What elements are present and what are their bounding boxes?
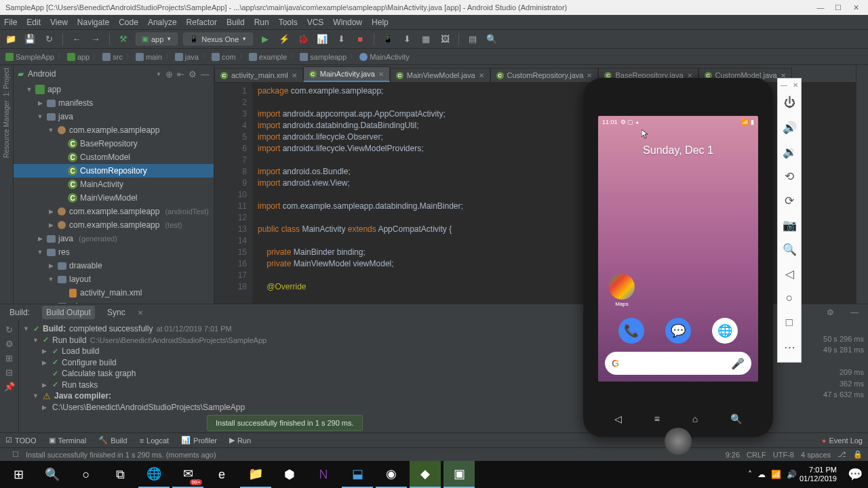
layout-inspector-icon[interactable]: ▦ (419, 33, 433, 46)
maps-icon[interactable] (609, 274, 635, 300)
emulator-device[interactable]: 11:01 ⚙ ▢ ⬥ 📶 ▮ Sunday, Dec 1 Maps 📞💬🌐 G… (583, 78, 773, 437)
structure-icon[interactable]: ▤ (466, 33, 479, 46)
back-icon[interactable]: ← (70, 33, 83, 46)
home-icon[interactable]: ○ (780, 286, 799, 310)
rotate-left-icon[interactable]: ⟲ (780, 164, 799, 188)
tree-item[interactable]: ▶drawable (14, 259, 214, 272)
tab-terminal[interactable]: ▣ Terminal (49, 436, 87, 445)
search-icon[interactable]: 🔍 (485, 33, 498, 46)
taskbar-clock[interactable]: 7:01 PM01/12/2019 (800, 466, 842, 483)
crumb[interactable]: example (249, 53, 288, 61)
zoom-icon[interactable]: 🔍 (780, 237, 799, 262)
close-icon[interactable]: ✕ (587, 72, 592, 79)
app-messages[interactable]: 💬 (665, 318, 691, 344)
minimize-icon[interactable]: — (814, 3, 827, 12)
app-maps[interactable]: Maps (609, 274, 635, 307)
tree-item[interactable]: CCustomModel (14, 150, 214, 164)
dropbox-icon[interactable]: ⬢ (274, 461, 305, 488)
search-icon[interactable]: 🔍 (730, 413, 742, 424)
more-icon[interactable]: ⋯ (780, 335, 799, 359)
attach-icon[interactable]: ⬇ (334, 33, 348, 46)
search-icon[interactable]: 🔍 (37, 461, 68, 488)
emulator-screen[interactable]: 11:01 ⚙ ▢ ⬥ 📶 ▮ Sunday, Dec 1 Maps 📞💬🌐 G… (598, 116, 758, 382)
expand-icon[interactable]: ⊞ (5, 353, 13, 363)
tree-item[interactable]: ▶com.example.sampleapp(androidTest) (14, 205, 214, 218)
app-chrome[interactable]: 🌐 (712, 318, 738, 344)
onenote-icon[interactable]: N (308, 461, 339, 488)
close-icon[interactable]: ✕ (793, 81, 798, 91)
pin-icon[interactable]: 📌 (4, 382, 15, 392)
editor-tab[interactable]: CMainActivity.java✕ (303, 66, 390, 82)
tab-resource-mgr[interactable]: Resource Manager (3, 100, 10, 158)
tree-item[interactable]: CMainViewModel (14, 191, 214, 205)
close-icon[interactable]: ✕ (849, 3, 863, 12)
menu-help[interactable]: Help (372, 18, 389, 27)
filter-icon[interactable]: ⚙ (5, 339, 14, 349)
tree-item[interactable]: ▼res (14, 245, 214, 259)
gear-icon[interactable]: ⚙ (823, 306, 838, 319)
menu-window[interactable]: Window (333, 18, 362, 27)
menu-code[interactable]: Code (119, 18, 138, 27)
tab-build[interactable]: 🔨 Build (98, 436, 127, 445)
menu-analyze[interactable]: Analyze (148, 18, 177, 27)
rotate-right-icon[interactable]: ⟳ (780, 188, 799, 213)
tree-item[interactable]: activity_main.xml (14, 286, 214, 300)
minimize-icon[interactable]: — (781, 81, 787, 91)
gear-icon[interactable]: ⚙ (189, 69, 197, 79)
tree-item[interactable]: CBaseRepository (14, 137, 214, 150)
tab-profiler[interactable]: 📊 Profiler (181, 436, 217, 445)
vscode-icon[interactable]: ⬓ (342, 461, 373, 488)
stop-icon[interactable]: ■ (353, 33, 367, 46)
start-button[interactable]: ⊞ (3, 461, 34, 488)
notifications-icon[interactable]: 💬 (845, 461, 865, 488)
crumb[interactable]: src (102, 53, 123, 61)
volume-down-icon[interactable]: 🔉 (780, 140, 799, 164)
tab-logcat[interactable]: ≡ Logcat (140, 436, 169, 445)
overview-icon[interactable]: □ (780, 310, 799, 335)
right-tool-strip[interactable] (856, 65, 868, 304)
sdk-icon[interactable]: ⬇ (400, 33, 414, 46)
menu-file[interactable]: File (4, 18, 17, 27)
editor-tab[interactable]: Cactivity_main.xml✕ (214, 68, 303, 82)
apply-changes-icon[interactable]: ⚡ (277, 33, 291, 46)
explorer-icon[interactable]: 📁 (240, 461, 271, 488)
tree-item[interactable]: ▼java (14, 110, 214, 123)
tree-item[interactable]: ▼com.example.sampleapp (14, 123, 214, 137)
volume-up-icon[interactable]: 🔊 (780, 115, 799, 140)
device-dropdown[interactable]: 📱Nexus One▼ (183, 33, 253, 45)
sync-icon[interactable]: ↻ (42, 33, 56, 46)
menu-edit[interactable]: Edit (26, 18, 41, 27)
tab-build-output[interactable]: Build Output (42, 306, 95, 319)
close-icon[interactable]: ✕ (134, 307, 147, 319)
close-icon[interactable]: ✕ (378, 70, 384, 78)
camera-icon[interactable]: 📷 (780, 213, 799, 237)
tree-item[interactable]: ▶java(generated) (14, 232, 214, 245)
hide-icon[interactable]: — (846, 306, 863, 319)
close-icon[interactable]: ✕ (292, 72, 297, 79)
obs-icon[interactable]: ◉ (376, 461, 407, 488)
tree-item[interactable]: CCustomRepository (14, 164, 214, 178)
edge-icon[interactable]: e (206, 461, 237, 488)
editor-tab[interactable]: CCustomRepository.java✕ (490, 68, 599, 82)
target-icon[interactable]: ⊕ (165, 69, 173, 79)
power-icon[interactable]: ⏻ (780, 91, 799, 115)
menu-build[interactable]: Build (226, 18, 245, 27)
assistant-icon[interactable]: 🎤 (731, 357, 745, 370)
back-icon[interactable]: ◁ (614, 413, 622, 424)
run-icon[interactable]: ▶ (258, 33, 272, 46)
open-icon[interactable]: 📁 (4, 33, 18, 46)
android-studio-icon[interactable]: ◆ (410, 461, 441, 488)
tree-item[interactable]: ▶mipmap (14, 300, 214, 304)
crumb[interactable]: app (67, 53, 90, 61)
tree-item[interactable]: CMainActivity (14, 178, 214, 191)
crumb[interactable]: main (136, 53, 162, 61)
git-icon[interactable]: ⎇ (837, 450, 846, 459)
tree-item[interactable]: ▼layout (14, 272, 214, 286)
debug-icon[interactable]: 🐞 (296, 33, 310, 46)
crumb[interactable]: SampleApp (5, 53, 54, 61)
left-tool-strip[interactable]: 1: Project Resource Manager (0, 65, 14, 304)
maximize-icon[interactable]: ☐ (831, 3, 845, 12)
tab-project[interactable]: 1: Project (3, 68, 10, 96)
tree-item[interactable]: ▼app (14, 83, 214, 96)
rerun-icon[interactable]: ↻ (5, 325, 13, 335)
